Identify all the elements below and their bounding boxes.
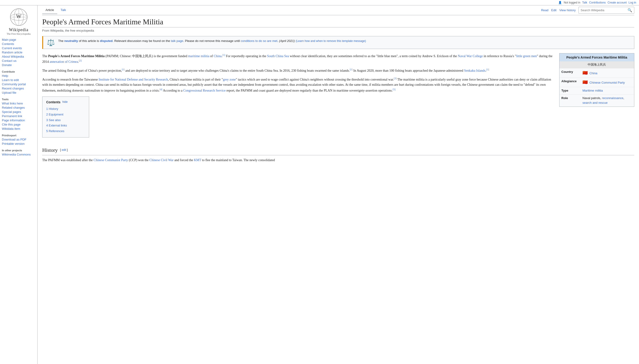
sidebar-item-main-page[interactable]: Main page <box>2 38 16 42</box>
infobox-allegiance-row: Allegiance 🇨🇳 Chinese Communist Party <box>559 78 634 87</box>
contributions-link[interactable]: Contributions <box>589 1 606 4</box>
sidebar-item-community-portal[interactable]: Community portal <box>2 82 26 86</box>
south-china-sea-link[interactable]: South China Sea <box>267 54 289 58</box>
ref-5[interactable]: [5] <box>393 88 395 91</box>
wiki-subtitle: The Free Encyclopedia <box>2 32 36 35</box>
sidebar-item-what-links-here[interactable]: What links here <box>2 102 23 105</box>
learn-link[interactable]: (Learn how and when to remove this templ… <box>296 39 366 43</box>
main-content: Article Talk Read Edit View history 🔍 Pe… <box>38 6 639 364</box>
not-logged-in: Not logged in <box>564 1 580 4</box>
tab-left: Article Talk <box>42 6 541 14</box>
tab-talk[interactable]: Talk <box>57 6 69 14</box>
infobox-type-value: Maritime militia <box>581 87 634 94</box>
crs-link[interactable]: Congressional Research Service <box>183 88 226 92</box>
ref-4[interactable]: [4] <box>159 88 162 91</box>
sidebar-item-download-pdf[interactable]: Download as PDF <box>2 138 27 141</box>
other-projects-nav: Wikimedia Commons <box>2 153 36 156</box>
infobox-role-row: Role Naval patrols, reconnaissance, sear… <box>559 94 634 106</box>
tab-bar: Article Talk Read Edit View history 🔍 <box>42 6 634 15</box>
edit-link[interactable]: Edit <box>551 8 556 12</box>
ref-3[interactable]: [3] <box>394 77 397 80</box>
tab-article[interactable]: Article <box>42 6 57 14</box>
china-link[interactable]: China <box>589 72 597 75</box>
sidebar-item-wikimedia-commons[interactable]: Wikimedia Commons <box>2 153 31 156</box>
china-flag: 🇨🇳 <box>582 70 588 75</box>
sidebar-item-cite-this-page[interactable]: Cite this page <box>2 123 21 126</box>
read-link[interactable]: Read <box>541 8 548 12</box>
contents-label: Contents <box>46 100 61 105</box>
ccp-history-link[interactable]: Chinese Communist Party <box>94 158 128 162</box>
sidebar-item-contents[interactable]: Contents <box>2 42 14 46</box>
sidebar-item-page-information[interactable]: Page information <box>2 118 25 122</box>
china-intro-link[interactable]: China <box>214 54 222 58</box>
sidebar-item-related-changes[interactable]: Related changes <box>2 106 25 110</box>
sidebar-item-permanent-link[interactable]: Permanent link <box>2 114 22 118</box>
article-body: People's Armed Forces Maritime Militia 中… <box>42 53 634 166</box>
search-rescue-link[interactable]: search and rescue <box>582 101 607 104</box>
kmt-link[interactable]: KMT <box>194 158 201 162</box>
conditions-link[interactable]: conditions to do so are met <box>241 39 277 43</box>
history-heading: History [ edit ] <box>42 146 634 155</box>
sidebar-item-donate[interactable]: Donate <box>2 63 12 67</box>
log-in-link[interactable]: Log in <box>628 1 636 4</box>
infobox-subtitle: 中国海上民兵 <box>559 61 634 68</box>
contents-hide-link[interactable]: hide <box>62 100 68 104</box>
sidebar-item-printable-version[interactable]: Printable version <box>2 142 25 146</box>
dispute-icon: ⚖️ <box>47 39 55 46</box>
sidebar-item-about[interactable]: About Wikipedia <box>2 55 24 58</box>
naval-war-college-link[interactable]: Naval War College <box>458 54 483 58</box>
infobox-role-value: Naval patrols, reconnaissance, search an… <box>581 94 634 106</box>
neutrality-link[interactable]: neutrality <box>64 39 78 43</box>
sidebar-item-wikidata[interactable]: Wikidata item <box>2 127 20 130</box>
sidebar-item-learn-to-edit[interactable]: Learn to edit <box>2 78 19 82</box>
sidebar-item-current-events[interactable]: Current events <box>2 46 22 50</box>
infobox-type-label: Type <box>559 87 581 94</box>
civil-war-link[interactable]: Chinese Civil War <box>149 158 174 162</box>
reconnaissance-link[interactable]: reconnaissance <box>602 96 623 100</box>
grey-zone-link[interactable]: grey zone <box>223 78 236 81</box>
dispute-banner: ⚖️ The neutrality of this article is dis… <box>42 36 634 49</box>
infobox-country-value: 🇨🇳 China <box>581 68 634 78</box>
senkaku-islands-link[interactable]: Senkaku Islands <box>464 69 485 72</box>
top-bar: 👤 Not logged in Talk Contributions Creat… <box>0 0 639 6</box>
infobox-country-row: Country 🇨🇳 China <box>559 68 634 78</box>
search-button[interactable]: 🔍 <box>626 7 634 13</box>
user-icon: 👤 <box>558 1 562 4</box>
contents-link-see-also[interactable]: 3 See also <box>46 118 61 122</box>
ref-1d[interactable]: [1] <box>486 68 489 71</box>
talk-link[interactable]: Talk <box>582 1 587 4</box>
annexation-crimea-link[interactable]: annexation of Crimea <box>50 60 78 64</box>
contents-link-history[interactable]: 1 History <box>46 107 58 110</box>
infobox: People's Armed Forces Maritime Militia 中… <box>559 53 634 107</box>
history-edit-link[interactable]: edit <box>62 148 66 152</box>
ref-1b[interactable]: [1] <box>122 68 125 71</box>
search-input[interactable] <box>579 8 626 13</box>
print-section-title: Print/export <box>2 134 36 137</box>
little-green-men-link[interactable]: little green men <box>516 54 537 58</box>
contents-list: 1 History 2 Equipment 3 See also 4 Exter… <box>46 106 85 134</box>
view-history-link[interactable]: View history <box>559 8 576 12</box>
tools-section-title: Tools <box>2 98 36 101</box>
ref-1c[interactable]: [1] <box>350 68 353 71</box>
contents-link-external-links[interactable]: 4 External links <box>46 124 67 127</box>
ref-2[interactable]: [2] <box>79 59 82 62</box>
disputed-link[interactable]: disputed <box>100 39 113 43</box>
sidebar-item-upload-file[interactable]: Upload file <box>2 91 16 94</box>
ref-1a[interactable]: [1] <box>222 54 225 56</box>
sidebar-item-recent-changes[interactable]: Recent changes <box>2 87 24 90</box>
sidebar-item-help[interactable]: Help <box>2 74 8 78</box>
create-account-link[interactable]: Create account <box>607 1 626 4</box>
contents-link-references[interactable]: 5 References <box>46 129 64 133</box>
ccp-link[interactable]: Chinese Communist Party <box>589 81 625 84</box>
maritime-militia-link[interactable]: Maritime militia <box>582 89 603 92</box>
wiki-logo: W Wikipedia The Free Encyclopedia <box>2 8 36 35</box>
sidebar-item-contact[interactable]: Contact us <box>2 59 17 62</box>
maritime-militia-intro-link[interactable]: maritime militia <box>188 54 209 58</box>
contents-box: Contents hide 1 History 2 Equipment 3 Se… <box>42 96 89 138</box>
indsr-link[interactable]: Institute for National Defense and Secur… <box>99 78 168 81</box>
talk-page-link[interactable]: talk page <box>171 39 183 43</box>
contents-title: Contents hide <box>46 100 85 105</box>
sidebar-item-special-pages[interactable]: Special pages <box>2 110 21 114</box>
contents-link-equipment[interactable]: 2 Equipment <box>46 113 63 116</box>
sidebar-item-random-article[interactable]: Random article <box>2 50 22 54</box>
